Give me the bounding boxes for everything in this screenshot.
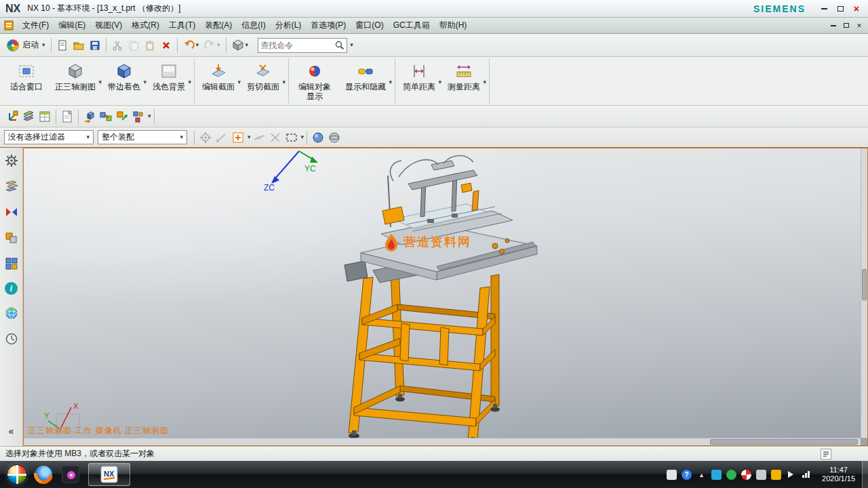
wave-geometry-icon[interactable] bbox=[114, 108, 130, 125]
menu-analysis[interactable]: 分析(L) bbox=[271, 18, 307, 33]
measure-distance-button[interactable]: 测量距离 ▾ bbox=[442, 58, 487, 104]
command-search-input[interactable] bbox=[260, 41, 334, 50]
select-mode-dropdown-icon[interactable]: ▾ bbox=[301, 134, 304, 140]
selection-scope-select[interactable]: 整个装配 ▾ bbox=[98, 130, 187, 144]
point-dialog-icon[interactable] bbox=[230, 129, 246, 146]
layer-stack-icon[interactable] bbox=[20, 108, 37, 125]
edit-object-display-button[interactable]: 编辑对象显示 bbox=[291, 58, 340, 104]
render-style-button[interactable]: ▾ bbox=[229, 37, 252, 54]
menu-view[interactable]: 视图(V) bbox=[90, 18, 127, 33]
trimetric-view-button[interactable]: 正三轴测图 ▾ bbox=[50, 58, 102, 104]
intersection-snap-icon[interactable] bbox=[267, 129, 283, 146]
show-hide-button[interactable]: 显示和隐藏 ▾ bbox=[340, 58, 393, 104]
delete-button[interactable] bbox=[158, 37, 174, 54]
undo-button[interactable]: ▾ bbox=[180, 37, 202, 54]
help-tray-icon[interactable]: ? bbox=[682, 470, 692, 480]
new-file-button[interactable] bbox=[54, 37, 71, 54]
datum-csys-icon[interactable] bbox=[4, 108, 20, 125]
reuse-library-icon[interactable] bbox=[4, 256, 19, 271]
model-3d[interactable] bbox=[292, 151, 576, 445]
menu-window[interactable]: 窗口(O) bbox=[351, 18, 388, 33]
open-file-button[interactable] bbox=[71, 37, 87, 54]
exploded-dropdown-icon[interactable]: ▾ bbox=[148, 113, 151, 119]
exploded-views-icon[interactable] bbox=[130, 108, 146, 125]
paste-button[interactable] bbox=[142, 37, 158, 54]
doc-close-button[interactable]: × bbox=[853, 20, 865, 31]
selection-filter-select[interactable]: 没有选择过滤器 ▾ bbox=[4, 130, 94, 144]
web-browser-icon[interactable] bbox=[4, 306, 19, 321]
midpoint-snap-icon[interactable] bbox=[251, 129, 267, 146]
constraint-navigator-icon[interactable] bbox=[4, 205, 19, 220]
menu-preferences[interactable]: 首选项(P) bbox=[306, 18, 351, 33]
taskbar-firefox-button[interactable] bbox=[30, 462, 57, 487]
horizontal-scrollbar-thumb[interactable] bbox=[710, 439, 858, 445]
view-status-label: 正三轴测图 工作 摄像机 正三轴测图 bbox=[28, 425, 169, 436]
gear-icon[interactable] bbox=[4, 153, 19, 168]
menu-assemblies[interactable]: 装配(A) bbox=[200, 18, 237, 33]
minimize-button[interactable] bbox=[816, 3, 831, 15]
graphics-viewport[interactable]: ZC YC bbox=[23, 148, 868, 446]
vertical-scrollbar-thumb[interactable] bbox=[862, 269, 867, 300]
move-component-icon[interactable] bbox=[81, 108, 98, 125]
endpoint-snap-icon[interactable] bbox=[214, 129, 230, 146]
shaded-with-edges-button[interactable]: 带边着色 ▾ bbox=[102, 58, 147, 104]
close-button[interactable]: × bbox=[849, 3, 864, 15]
wireframe-sphere-icon[interactable] bbox=[326, 129, 342, 146]
redo-button[interactable]: ▾ bbox=[201, 37, 223, 54]
edit-section-button[interactable]: 编辑截面 ▾ bbox=[197, 58, 241, 104]
snap-options-icon[interactable] bbox=[197, 129, 214, 146]
network-icon[interactable] bbox=[801, 470, 811, 480]
part-document-icon[interactable] bbox=[3, 20, 15, 31]
doc-minimize-button[interactable] bbox=[827, 20, 840, 31]
start-button[interactable] bbox=[4, 462, 30, 487]
search-dropdown-icon[interactable]: ▾ bbox=[350, 42, 353, 48]
taskbar-capture-button[interactable] bbox=[57, 462, 84, 487]
volume-icon[interactable] bbox=[786, 470, 796, 480]
vertical-scrollbar[interactable] bbox=[861, 148, 867, 438]
simple-distance-button[interactable]: 简单距离 ▾ bbox=[397, 58, 442, 104]
taskbar-clock[interactable]: 11:47 2020/1/15 bbox=[816, 466, 861, 483]
menu-help[interactable]: 帮助(H) bbox=[435, 18, 472, 33]
messenger-icon[interactable] bbox=[711, 470, 722, 480]
rectangle-select-icon[interactable] bbox=[283, 129, 300, 146]
save-button[interactable] bbox=[87, 37, 103, 54]
svg-text:NX: NX bbox=[104, 470, 115, 478]
assembly-navigator-icon[interactable] bbox=[4, 179, 19, 194]
shaded-sphere-icon[interactable] bbox=[310, 129, 326, 146]
point-dropdown-icon[interactable]: ▾ bbox=[248, 134, 251, 140]
save-floppy-icon bbox=[90, 40, 100, 51]
cut-button[interactable] bbox=[109, 37, 125, 54]
taskbar-nx-button[interactable]: NX bbox=[88, 463, 130, 486]
show-desktop-button[interactable] bbox=[862, 461, 868, 488]
tray-expand-icon[interactable]: ▴ bbox=[696, 470, 707, 480]
clip-section-button[interactable]: 剪切截面 ▾ bbox=[241, 58, 286, 104]
antivirus-icon[interactable] bbox=[726, 470, 736, 480]
assembly-constraints-icon[interactable] bbox=[98, 108, 114, 125]
menu-information[interactable]: 信息(I) bbox=[237, 18, 270, 33]
history-clock-icon[interactable] bbox=[4, 331, 19, 346]
menu-tools[interactable]: 工具(T) bbox=[164, 18, 200, 33]
pinwheel-icon[interactable] bbox=[741, 470, 751, 480]
copy-button[interactable] bbox=[125, 37, 142, 54]
menu-edit[interactable]: 编辑(E) bbox=[54, 18, 90, 33]
search-icon[interactable] bbox=[334, 40, 344, 50]
layer-settings-icon[interactable] bbox=[37, 108, 53, 125]
light-background-button[interactable]: 浅色背景 ▾ bbox=[147, 58, 192, 104]
hd3d-info-icon[interactable]: i bbox=[5, 282, 18, 295]
menu-gc-toolbox[interactable]: GC工具箱 bbox=[389, 18, 435, 33]
simple-distance-icon bbox=[410, 62, 428, 81]
part-navigator-icon[interactable] bbox=[4, 230, 19, 245]
flag-icon[interactable] bbox=[771, 470, 781, 480]
fit-window-button[interactable]: 适合窗口 bbox=[5, 58, 50, 104]
start-menu-button[interactable]: 启动 ▾ bbox=[4, 37, 48, 54]
menu-file[interactable]: 文件(F) bbox=[18, 18, 54, 33]
ime-icon[interactable] bbox=[667, 470, 677, 480]
status-note-icon[interactable] bbox=[821, 449, 831, 460]
menu-format[interactable]: 格式(R) bbox=[127, 18, 164, 33]
doc-restore-button[interactable] bbox=[840, 20, 852, 31]
drawing-sheet-icon[interactable] bbox=[59, 108, 75, 125]
usb-icon[interactable] bbox=[756, 470, 766, 480]
maximize-button[interactable] bbox=[833, 3, 848, 15]
collapse-chevron-icon[interactable]: « bbox=[9, 426, 14, 436]
horizontal-scrollbar[interactable] bbox=[24, 438, 861, 445]
